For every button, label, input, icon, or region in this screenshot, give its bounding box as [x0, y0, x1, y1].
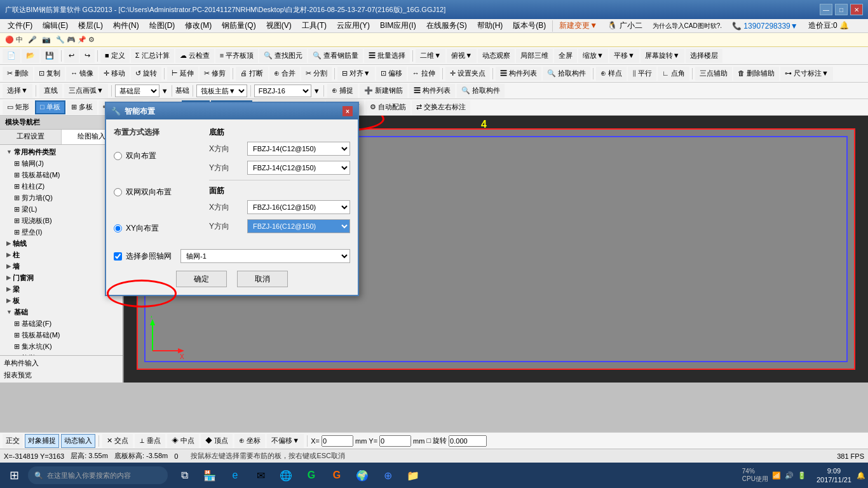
pickup2-btn[interactable]: 🔍 拾取构件: [457, 84, 505, 98]
tree-foundation[interactable]: ▼ 基础: [1, 306, 121, 318]
line-btn[interactable]: 直线: [39, 84, 62, 98]
menu-price[interactable]: 造价豆:0 🔔: [803, 19, 854, 32]
extend-btn[interactable]: ⊢ 延伸: [167, 67, 198, 81]
new-rebar-btn[interactable]: ➕ 新建钢筋: [360, 84, 407, 98]
dialog-confirm-btn[interactable]: 确定: [176, 271, 227, 287]
layer-select[interactable]: 基础层: [115, 85, 159, 97]
menu-online[interactable]: 在线服务(S): [421, 19, 472, 32]
menu-cad-help[interactable]: 为什么导入CAD图时软?.: [648, 20, 727, 32]
earth-btn[interactable]: 🌍: [351, 464, 374, 487]
start-button[interactable]: ⊞: [3, 464, 25, 487]
tree-sump[interactable]: ⊞ 集水坑(K): [1, 341, 121, 352]
menu-tools[interactable]: 工具(T): [297, 19, 332, 32]
no-offset-btn[interactable]: 不偏移▼: [267, 434, 304, 448]
tree-wall-tile[interactable]: ⊞ 壁垒(I): [1, 226, 121, 238]
tree-foundation-beam[interactable]: ⊞ 基础梁(F): [1, 318, 121, 329]
tree-col[interactable]: ▶ 柱: [1, 249, 121, 261]
batch-select-btn[interactable]: ☰ 批量选择: [364, 49, 410, 63]
menu-bim[interactable]: BIM应用(I): [375, 19, 421, 32]
radio-xy-input[interactable]: [114, 224, 122, 233]
rotate-btn[interactable]: ↺ 旋转: [131, 67, 161, 81]
parallel-btn[interactable]: ∥ 平行: [628, 67, 656, 81]
radio-xy-direction[interactable]: XY向布置: [114, 223, 196, 234]
align-btn[interactable]: ⊟ 对齐▼: [337, 67, 375, 81]
radio-dual-net[interactable]: 双网双向布置: [114, 187, 196, 198]
code-select[interactable]: FBZJ-16: [254, 85, 311, 97]
cloud-check-btn[interactable]: ☁ 云检查: [175, 49, 214, 63]
intersect-btn[interactable]: ✕ 交点: [102, 434, 133, 448]
mirror-btn[interactable]: ↔ 镜像: [66, 67, 98, 81]
auto-config-btn[interactable]: ⚙ 自动配筋: [365, 100, 410, 114]
edge-btn[interactable]: e: [224, 464, 247, 487]
2d-btn[interactable]: 二维▼: [416, 49, 445, 63]
menu-modify[interactable]: 修改(M): [180, 19, 217, 32]
tree-cast-slab[interactable]: ⊞ 现浇板(B): [1, 215, 121, 226]
stretch-btn[interactable]: ↔ 拉伸: [408, 67, 440, 81]
menu-rebar[interactable]: 钢筋量(Q): [217, 19, 261, 32]
tree-common-types[interactable]: ▼ 常用构件类型: [1, 146, 121, 158]
comp-list2-btn[interactable]: ☰ 构件列表: [409, 84, 455, 98]
minimize-btn[interactable]: —: [820, 4, 832, 15]
coord-btn[interactable]: ⊕ 坐标: [234, 434, 265, 448]
midpoint-btn[interactable]: ◈ 中点: [167, 434, 199, 448]
snap-btn[interactable]: ⊕ 捕捉: [327, 84, 358, 98]
menu-cloud[interactable]: 云应用(Y): [332, 19, 375, 32]
tree-beam[interactable]: ⊞ 梁(L): [1, 203, 121, 215]
tree-raft-foundation[interactable]: ⊞ 筏板基础(M): [1, 169, 121, 180]
axis-ref-checkbox[interactable]: [114, 252, 122, 261]
maximize-btn[interactable]: □: [835, 4, 848, 15]
folder-btn[interactable]: 📁: [402, 464, 424, 487]
tree-shear-wall[interactable]: ⊞ 剪力墙(Q): [1, 192, 121, 203]
rect-btn[interactable]: ▭ 矩形: [3, 100, 34, 114]
move-btn[interactable]: ✛ 移动: [99, 67, 130, 81]
merge-btn[interactable]: ⊕ 合并: [269, 67, 300, 81]
offset-btn[interactable]: ⊡ 偏移: [376, 67, 407, 81]
view-rebar-btn[interactable]: 🔍 查看钢筋量: [308, 49, 363, 63]
nav-project-setup[interactable]: 工程设置: [0, 130, 62, 144]
single-component-btn[interactable]: 单构件输入: [1, 357, 121, 369]
ortho-btn[interactable]: 正交: [3, 434, 23, 448]
new-btn[interactable]: 📄: [3, 49, 20, 63]
arc-btn[interactable]: 三点画弧▼: [64, 84, 108, 98]
dimension-btn[interactable]: ⊶ 尺寸标注▼: [780, 67, 833, 81]
find-elem-btn[interactable]: 🔍 查找图元: [259, 49, 307, 63]
swap-label-btn[interactable]: ⇄ 交换左右标注: [412, 100, 470, 114]
view-btn[interactable]: 俯视▼: [447, 49, 477, 63]
menu-file[interactable]: 文件(F): [3, 19, 37, 32]
menu-version[interactable]: 版本号(B): [508, 19, 551, 32]
select-mode-btn[interactable]: 选择▼: [3, 84, 32, 98]
define-btn[interactable]: ■ 定义: [100, 49, 130, 63]
flatten-btn[interactable]: ≡ 平齐板顶: [215, 49, 258, 63]
x-input[interactable]: [322, 435, 353, 447]
notification-btn[interactable]: 🔔: [857, 471, 865, 480]
subtype-select[interactable]: 筏板主筋▼: [196, 85, 247, 97]
tree-slab[interactable]: ▶ 板: [1, 295, 121, 306]
orange-g-btn[interactable]: G: [325, 464, 348, 487]
green-g-btn[interactable]: G: [300, 464, 323, 487]
close-btn[interactable]: ✕: [850, 4, 863, 15]
select-layer-btn[interactable]: 选择楼层: [686, 49, 722, 63]
multi-plate-btn[interactable]: ⊞ 多板: [67, 100, 97, 114]
mail-btn[interactable]: ✉: [249, 464, 272, 487]
y-input[interactable]: [379, 435, 411, 447]
top-x-select[interactable]: FBZJ-16(C12@150): [247, 200, 350, 214]
tree-axis-net[interactable]: ⊞ 轴网(J): [1, 158, 121, 169]
menu-phone[interactable]: 📞 13907298339▼: [727, 20, 803, 32]
pickup-btn[interactable]: 🔍 拾取构件: [543, 67, 590, 81]
search-bar[interactable]: 🔍 在这里输入你要搜索的内容: [28, 466, 168, 484]
transfer-btn[interactable]: ⊕: [376, 464, 399, 487]
undo-btn[interactable]: ↩: [64, 49, 79, 63]
bottom-y-select[interactable]: FBZJ-14(C12@150): [247, 161, 350, 175]
menu-guangxiao[interactable]: 🐧 广小二: [602, 19, 647, 32]
trim-btn[interactable]: ✂ 修剪: [200, 67, 230, 81]
setpoint-btn[interactable]: ✛ 设置夹点: [445, 67, 490, 81]
divide-btn[interactable]: ✂ 分割: [301, 67, 332, 81]
anim-btn[interactable]: 动态观察: [478, 49, 515, 63]
delete-btn[interactable]: ✂ 删除: [3, 67, 33, 81]
del-aux-btn[interactable]: 🗑 删除辅助: [733, 67, 779, 81]
screen-rotate-btn[interactable]: 屏幕旋转▼: [641, 49, 684, 63]
snap-btn-status[interactable]: 对象捕捉: [25, 434, 59, 448]
menu-newchange[interactable]: 新建变更▼: [554, 19, 602, 32]
tree-beam-group[interactable]: ▶ 梁: [1, 283, 121, 295]
aux-line-btn[interactable]: 三点辅助: [695, 67, 732, 81]
